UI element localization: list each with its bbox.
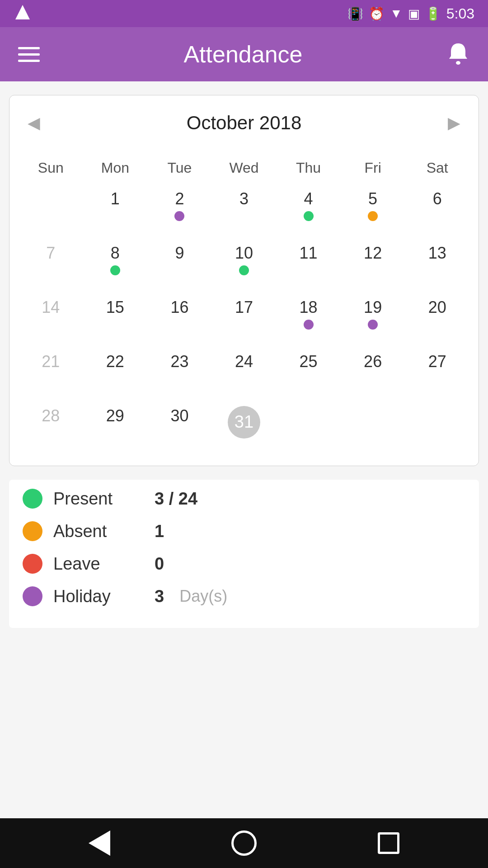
alarm-icon: ⏰ [369, 6, 385, 21]
calendar-header: ◀ October 2018 ▶ [19, 109, 469, 137]
holiday-label: Holiday [53, 587, 144, 606]
orange-dot [368, 211, 378, 221]
day-number: 24 [235, 352, 253, 371]
calendar-cell[interactable]: 31 [212, 402, 277, 452]
day-number: 25 [300, 352, 318, 371]
day-header-sun: Sun [19, 155, 83, 181]
back-icon [89, 830, 110, 856]
calendar-cell[interactable]: 10 [212, 240, 277, 289]
calendar-cell[interactable]: 6 [405, 185, 469, 235]
day-number: 13 [428, 243, 446, 263]
wifi-icon: ▼ [390, 6, 403, 21]
day-number: 17 [235, 297, 253, 317]
absent-dot [23, 521, 42, 541]
calendar-cell[interactable]: 16 [147, 294, 212, 344]
calendar-cell [276, 402, 341, 452]
day-number: 18 [300, 297, 318, 317]
notification-button[interactable] [446, 42, 470, 67]
calendar-cell[interactable]: 11 [276, 240, 341, 289]
calendar-cell[interactable]: 5 [341, 185, 405, 235]
home-button[interactable] [228, 827, 260, 859]
legend-absent: Absent 1 [23, 521, 465, 541]
calendar-cell[interactable]: 27 [405, 348, 469, 398]
calendar-cell [341, 402, 405, 452]
calendar-cell[interactable]: 12 [341, 240, 405, 289]
calendar-cell[interactable]: 1 [83, 185, 148, 235]
main-content: ◀ October 2018 ▶ Sun Mon Tue Wed Thu Fri… [0, 81, 488, 818]
next-month-button[interactable]: ▶ [443, 109, 465, 137]
day-number: 19 [364, 297, 382, 317]
holiday-count: 3 [155, 587, 164, 606]
day-number: 21 [42, 352, 60, 371]
calendar-cell[interactable]: 4 [276, 185, 341, 235]
day-headers: Sun Mon Tue Wed Thu Fri Sat [19, 155, 469, 181]
day-header-thu: Thu [276, 155, 341, 181]
day-header-mon: Mon [83, 155, 148, 181]
present-dot [23, 489, 42, 509]
day-header-fri: Fri [341, 155, 405, 181]
calendar-cell[interactable]: 2 [147, 185, 212, 235]
legend-holiday: Holiday 3 Day(s) [23, 586, 465, 606]
calendar-cell[interactable]: 9 [147, 240, 212, 289]
status-icons: 📳 ⏰ ▼ ▣ 🔋 5:03 [347, 5, 474, 22]
calendar-cell[interactable]: 20 [405, 294, 469, 344]
calendar-cell[interactable]: 25 [276, 348, 341, 398]
signal-off-icon: ▣ [408, 6, 420, 21]
page-title: Attendance [183, 41, 302, 68]
day-number: 3 [239, 189, 249, 208]
absent-count: 1 [155, 522, 164, 541]
calendar-month-title: October 2018 [187, 112, 302, 134]
calendar-cell[interactable]: 15 [83, 294, 148, 344]
day-number: 7 [46, 243, 55, 263]
calendar-cell[interactable]: 7 [19, 240, 83, 289]
status-bar: 📳 ⏰ ▼ ▣ 🔋 5:03 [0, 0, 488, 27]
day-number: 12 [364, 243, 382, 263]
purple-dot [368, 320, 378, 330]
vibrate-icon: 📳 [347, 6, 363, 21]
calendar-cell[interactable]: 14 [19, 294, 83, 344]
calendar-cell[interactable]: 22 [83, 348, 148, 398]
day-number: 11 [300, 243, 318, 263]
menu-button[interactable] [18, 47, 40, 62]
day-header-wed: Wed [212, 155, 277, 181]
calendar-cell[interactable]: 19 [341, 294, 405, 344]
day-number: 28 [42, 406, 60, 425]
calendar-cell[interactable]: 18 [276, 294, 341, 344]
calendar-cell[interactable]: 29 [83, 402, 148, 452]
battery-icon: 🔋 [425, 6, 441, 21]
prev-month-button[interactable]: ◀ [23, 109, 45, 137]
status-time: 5:03 [446, 5, 474, 22]
back-button[interactable] [84, 827, 115, 859]
calendar-cell[interactable]: 13 [405, 240, 469, 289]
calendar-cell[interactable]: 28 [19, 402, 83, 452]
calendar-cell[interactable]: 24 [212, 348, 277, 398]
day-number: 27 [428, 352, 446, 371]
green-dot [304, 211, 314, 221]
home-icon [231, 830, 257, 856]
calendar-cell[interactable]: 17 [212, 294, 277, 344]
day-number: 1 [111, 189, 120, 208]
calendar-cell[interactable]: 8 [83, 240, 148, 289]
day-header-tue: Tue [147, 155, 212, 181]
day-number: 9 [175, 243, 184, 263]
calendar-cell[interactable]: 23 [147, 348, 212, 398]
app-logo [14, 3, 32, 24]
calendar-cell[interactable]: 26 [341, 348, 405, 398]
legend-leave: Leave 0 [23, 554, 465, 574]
present-count: 3 / 24 [155, 489, 197, 509]
bottom-nav [0, 818, 488, 868]
day-number: 26 [364, 352, 382, 371]
recents-button[interactable] [373, 827, 404, 859]
today-number: 31 [228, 406, 260, 439]
calendar-cell[interactable]: 30 [147, 402, 212, 452]
calendar-cell[interactable]: 21 [19, 348, 83, 398]
purple-dot [174, 211, 184, 221]
calendar-cell [19, 185, 83, 235]
day-number: 20 [428, 297, 446, 317]
calendar-cell[interactable]: 3 [212, 185, 277, 235]
purple-dot [304, 320, 314, 330]
present-label: Present [53, 489, 144, 509]
attendance-legend: Present 3 / 24 Absent 1 Leave 0 Holiday … [9, 480, 479, 628]
recents-icon [378, 832, 399, 854]
day-number: 22 [106, 352, 124, 371]
